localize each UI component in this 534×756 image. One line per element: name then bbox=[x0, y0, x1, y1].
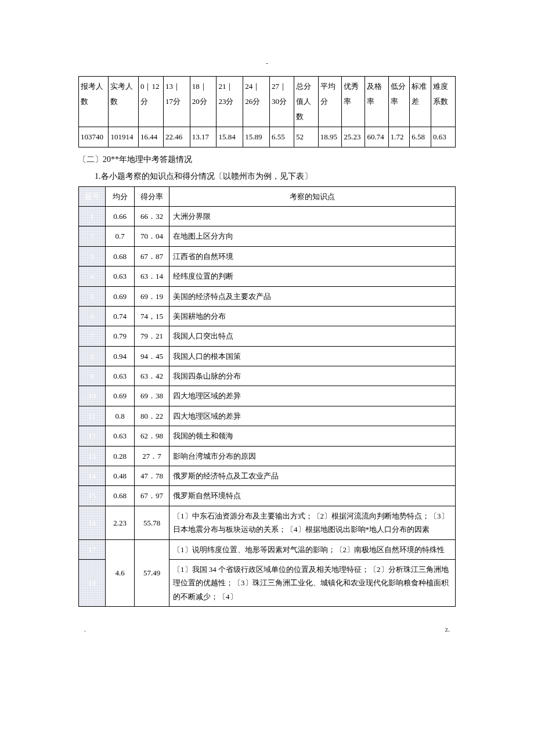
q-5: 5 bbox=[79, 286, 106, 306]
avg-3: 0.68 bbox=[106, 246, 135, 266]
table-row: 20.770．04在地图上区分方向 bbox=[79, 226, 456, 246]
avg-14: 0.48 bbox=[106, 466, 135, 486]
q-10: 10 bbox=[79, 386, 106, 406]
topic-3: 江西省的自然环境 bbox=[169, 246, 456, 266]
table-row: 140.4847．78俄罗斯的经济特点及工农业产品 bbox=[79, 466, 456, 486]
footer-left: . bbox=[84, 624, 86, 635]
topic-9: 我国四条山脉的分布 bbox=[169, 366, 456, 386]
topic-8: 我国人口的根本国策 bbox=[169, 346, 456, 366]
avg-15: 0.68 bbox=[106, 486, 135, 506]
avg-13: 0.28 bbox=[106, 446, 135, 466]
table-row: 16 2.23 55.78 〔1〕中东石油资源分布及主要输出方式；〔2〕根据河流… bbox=[79, 506, 456, 539]
stats-v-0: 103740 bbox=[79, 127, 109, 147]
stats-v-14: 0.63 bbox=[431, 127, 455, 147]
stats-v-9: 18.95 bbox=[318, 127, 341, 147]
stats-value-row: 103740 101914 16.44 22.46 13.17 15.84 15… bbox=[79, 127, 456, 147]
topic-7: 我国人口突出特点 bbox=[169, 326, 456, 346]
scores-table: 题号 均分 得分率 考察的知识点 10.6666．32大洲分界限20.770．0… bbox=[78, 186, 456, 607]
rate-1: 66．32 bbox=[135, 206, 169, 226]
stats-h-4: 18｜20分 bbox=[190, 77, 217, 127]
topic-17: 〔1〕说明纬度位置、地形等因素对气温的影响；〔2〕南极地区自然环境的特殊性 bbox=[169, 539, 456, 559]
rate-12: 62．98 bbox=[135, 426, 169, 446]
footer: . z. bbox=[78, 624, 456, 635]
stats-v-12: 1.72 bbox=[388, 127, 410, 147]
table-row: 10.6666．32大洲分界限 bbox=[79, 206, 456, 226]
q-4: 4 bbox=[79, 267, 106, 286]
rate-15: 67．97 bbox=[135, 486, 169, 506]
q-8: 8 bbox=[79, 346, 106, 366]
topic-15: 俄罗斯自然环境特点 bbox=[169, 486, 456, 506]
avg-4: 0.63 bbox=[106, 267, 135, 286]
avg-11: 0.8 bbox=[106, 406, 135, 426]
stats-v-1: 101914 bbox=[109, 127, 138, 147]
stats-h-8: 总分值人数 bbox=[294, 77, 319, 127]
topic-12: 我国的领土和领海 bbox=[169, 426, 456, 446]
table-row: 110.880．22四大地理区域的差异 bbox=[79, 406, 456, 426]
stats-v-11: 60.74 bbox=[365, 127, 388, 147]
rate-10: 69．38 bbox=[135, 386, 169, 406]
q-16: 16 bbox=[79, 506, 106, 539]
rate-8: 94．45 bbox=[135, 346, 169, 366]
stats-h-9: 平均分 bbox=[318, 77, 341, 127]
stats-v-8: 52 bbox=[294, 127, 319, 147]
rate-14: 47．78 bbox=[135, 466, 169, 486]
table-row: 80.9494．45我国人口的根本国策 bbox=[79, 346, 456, 366]
scores-h-rate: 得分率 bbox=[135, 186, 169, 206]
avg-7: 0.79 bbox=[106, 326, 135, 346]
avg-1: 0.66 bbox=[106, 206, 135, 226]
stats-v-7: 6.55 bbox=[270, 127, 294, 147]
topic-2: 在地图上区分方向 bbox=[169, 226, 456, 246]
table-row: 70.7979．21我国人口突出特点 bbox=[79, 326, 456, 346]
table-row: 130.2827．7影响台湾城市分布的原因 bbox=[79, 446, 456, 466]
section-2-title: 〔二〕20**年地理中考答题情况 bbox=[78, 152, 456, 167]
topic-10: 四大地理区域的差异 bbox=[169, 386, 456, 406]
q-14: 14 bbox=[79, 466, 106, 486]
table-row: 40.6363．14经纬度位置的判断 bbox=[79, 267, 456, 286]
avg-9: 0.63 bbox=[106, 366, 135, 386]
avg-2: 0.7 bbox=[106, 226, 135, 246]
stats-h-1: 实考人数 bbox=[109, 77, 138, 127]
stats-v-10: 25.23 bbox=[342, 127, 365, 147]
rate-9: 63．42 bbox=[135, 366, 169, 386]
stats-h-0: 报考人数 bbox=[79, 77, 109, 127]
table-row: 150.6867．97俄罗斯自然环境特点 bbox=[79, 486, 456, 506]
q-12: 12 bbox=[79, 426, 106, 446]
stats-h-12: 低分率 bbox=[388, 77, 410, 127]
topic-4: 经纬度位置的判断 bbox=[169, 267, 456, 286]
rate-7: 79．21 bbox=[135, 326, 169, 346]
avg-8: 0.94 bbox=[106, 346, 135, 366]
topic-16: 〔1〕中东石油资源分布及主要输出方式；〔2〕根据河流流向判断地势特点；〔3〕日本… bbox=[169, 506, 456, 539]
q-3: 3 bbox=[79, 246, 106, 266]
avg-16: 2.23 bbox=[106, 506, 135, 539]
scores-h-avg: 均分 bbox=[106, 186, 135, 206]
rate-2: 70．04 bbox=[135, 226, 169, 246]
stats-v-13: 6.58 bbox=[410, 127, 431, 147]
q-11: 11 bbox=[79, 406, 106, 426]
stats-h-6: 24｜26分 bbox=[243, 77, 270, 127]
topic-18: 〔1〕我国 34 个省级行政区域单位的位置及相关地理特征；〔2〕分析珠江三角洲地… bbox=[169, 559, 456, 606]
footer-right: z. bbox=[445, 624, 450, 635]
scores-h-qnum: 题号 bbox=[79, 186, 106, 206]
q-18: 18 bbox=[79, 559, 106, 606]
stats-h-13: 标准差 bbox=[410, 77, 431, 127]
stats-h-14: 难度系数 bbox=[431, 77, 455, 127]
stats-h-11: 及格率 bbox=[365, 77, 388, 127]
topic-1: 大洲分界限 bbox=[169, 206, 456, 226]
avg-17-18: 4.6 bbox=[106, 539, 135, 607]
table-row: 17 4.6 57.49 〔1〕说明纬度位置、地形等因素对气温的影响；〔2〕南极… bbox=[79, 539, 456, 559]
topic-14: 俄罗斯的经济特点及工农业产品 bbox=[169, 466, 456, 486]
q-13: 13 bbox=[79, 446, 106, 466]
avg-5: 0.69 bbox=[106, 286, 135, 306]
avg-10: 0.69 bbox=[106, 386, 135, 406]
section-2-sub: 1.各小题考察的知识点和得分情况〔以赣州市为例，见下表〕 bbox=[78, 169, 456, 183]
table-row: 100.6969．38四大地理区域的差异 bbox=[79, 386, 456, 406]
q-9: 9 bbox=[79, 366, 106, 386]
rate-3: 67．87 bbox=[135, 246, 169, 266]
table-row: 50.6969．19美国的经济特点及主要农产品 bbox=[79, 286, 456, 306]
stats-h-10: 优秀率 bbox=[342, 77, 365, 127]
stats-h-5: 21｜23分 bbox=[217, 77, 243, 127]
stats-table: 报考人数 实考人数 0｜12分 13｜17分 18｜20分 21｜23分 24｜… bbox=[78, 76, 456, 147]
q-6: 6 bbox=[79, 306, 106, 326]
q-15: 15 bbox=[79, 486, 106, 506]
stats-v-5: 15.84 bbox=[217, 127, 243, 147]
